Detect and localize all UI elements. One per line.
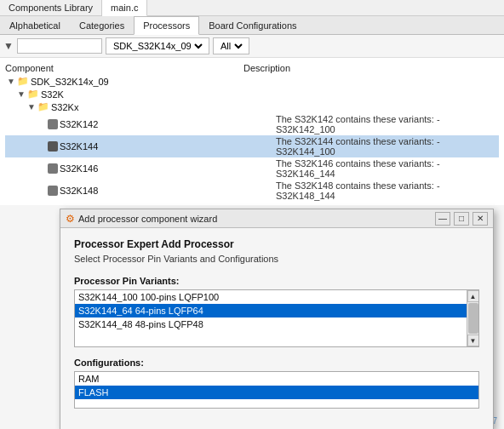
sdk-name: SDK_S32K14x_09 <box>31 77 109 87</box>
sdk-select[interactable]: SDK_S32K14x_09 <box>110 40 205 52</box>
tab-components-library[interactable]: Components Library <box>0 0 102 15</box>
tree-area: Component Description ▼ 📁 SDK_S32K14x_09… <box>0 58 504 205</box>
all-dropdown[interactable]: All <box>213 37 249 54</box>
scroll-thumb[interactable] <box>468 303 478 334</box>
chip-s32k142-icon <box>48 119 58 129</box>
config-item-0[interactable]: RAM <box>75 372 478 386</box>
pin-variants-label: Processor Pin Variants: <box>74 276 479 286</box>
tree-item-s32k142[interactable]: S32K142 The S32K142 contains these varia… <box>5 113 499 135</box>
scroll-down-arrow[interactable]: ▼ <box>467 335 479 346</box>
tree-item-s32k146[interactable]: S32K146 The S32K146 contains these varia… <box>5 157 499 180</box>
pin-variant-item-1[interactable]: S32K144_64 64-pins LQFP64 <box>75 304 478 317</box>
col-header-description: Description <box>243 63 499 73</box>
pin-variant-item-0[interactable]: S32K144_100 100-pins LQFP100 <box>75 290 478 304</box>
s32k-name: S32K <box>41 89 64 100</box>
expand-s32k-icon: ▼ <box>17 89 27 99</box>
chip-s32k144-icon <box>48 141 58 152</box>
all-select[interactable]: All <box>217 40 245 52</box>
dialog-close-button[interactable]: ✕ <box>472 212 488 226</box>
scroll-up-arrow[interactable]: ▲ <box>467 290 479 302</box>
filter-icon[interactable]: ▼ <box>3 40 14 52</box>
sdk-dropdown[interactable]: SDK_S32K14x_09 <box>106 37 209 54</box>
configurations-listbox[interactable]: RAM FLASH <box>74 371 479 409</box>
s32kx-name: S32Kx <box>51 102 78 112</box>
s32k142-name: S32K142 <box>60 119 98 129</box>
s32k144-desc: The S32K144 contains these variants: - S… <box>276 136 440 157</box>
dialog-titlebar: ⚙ Add processor component wizard — □ ✕ <box>60 209 493 228</box>
dialog-minimize-button[interactable]: — <box>435 212 450 226</box>
tab-components-library-label: Components Library <box>9 3 93 13</box>
tree-item-s32kx[interactable]: ▼ 📁 S32Kx <box>5 100 499 113</box>
top-tab-bar: Components Library main.c <box>0 0 504 16</box>
dialog-maximize-button[interactable]: □ <box>454 212 469 226</box>
dialog-title-left: ⚙ Add processor component wizard <box>66 213 217 225</box>
col-header-component: Component <box>5 63 243 73</box>
dialog-subheading: Select Processor Pin Variants and Config… <box>74 254 479 264</box>
expand-s32kx-icon: ▼ <box>27 102 37 112</box>
toolbar: ▼ SDK_S32K14x_09 All <box>0 35 504 58</box>
s32k146-name: S32K146 <box>60 163 98 174</box>
chip-s32k146-icon <box>48 163 58 174</box>
tab-main-c-label: main.c <box>111 3 138 13</box>
search-input[interactable] <box>17 38 102 54</box>
panel-tab-row: Alphabetical Categories Processors Board… <box>0 16 504 34</box>
expand-sdk-icon: ▼ <box>7 77 17 86</box>
dialog-body: Processor Expert Add Processor Select Pr… <box>60 228 493 429</box>
chip-s32k148-icon <box>48 186 58 196</box>
add-processor-dialog: ⚙ Add processor component wizard — □ ✕ P… <box>60 209 494 429</box>
folder-s32kx-icon: 📁 <box>37 101 49 112</box>
config-item-1[interactable]: FLASH <box>75 386 478 399</box>
folder-sdk-icon: 📁 <box>17 76 29 87</box>
tree-item-s32k148[interactable]: S32K148 The S32K148 contains these varia… <box>5 180 499 202</box>
tab-processors[interactable]: Processors <box>134 16 199 35</box>
pin-variant-item-2[interactable]: S32K144_48 48-pins LQFP48 <box>75 317 478 331</box>
configurations-label: Configurations: <box>74 358 479 368</box>
tab-main-c[interactable]: main.c <box>102 0 147 16</box>
main-panel: Components Library main.c Alphabetical C… <box>0 0 504 429</box>
pin-variants-listbox[interactable]: S32K144_100 100-pins LQFP100 S32K144_64 … <box>74 289 479 347</box>
s32k146-desc: The S32K146 contains these variants: - S… <box>276 158 440 179</box>
dialog-heading: Processor Expert Add Processor <box>74 238 479 250</box>
tree-item-sdk[interactable]: ▼ 📁 SDK_S32K14x_09 <box>5 75 499 88</box>
dialog-title-icon: ⚙ <box>66 213 75 225</box>
tab-board-configurations[interactable]: Board Configurations <box>199 16 306 34</box>
dialog-title-text: Add processor component wizard <box>78 214 217 224</box>
s32k144-name: S32K144 <box>60 141 98 152</box>
panel-header: Alphabetical Categories Processors Board… <box>0 16 504 35</box>
dialog-title-controls: — □ ✕ <box>435 212 488 226</box>
tree-item-s32k[interactable]: ▼ 📁 S32K <box>5 88 499 100</box>
s32k148-name: S32K148 <box>60 186 98 196</box>
pin-variants-scrollbar[interactable]: ▲ ▼ <box>467 290 478 346</box>
folder-s32k-icon: 📁 <box>27 89 39 100</box>
tree-item-s32k144[interactable]: S32K144 The S32K144 contains these varia… <box>5 135 499 157</box>
column-headers: Component Description <box>5 61 499 75</box>
s32k148-desc: The S32K148 contains these variants: - S… <box>276 180 440 201</box>
tab-alphabetical[interactable]: Alphabetical <box>0 16 70 34</box>
s32k142-desc: The S32K142 contains these variants: - S… <box>276 114 440 134</box>
tab-categories[interactable]: Categories <box>70 16 134 34</box>
